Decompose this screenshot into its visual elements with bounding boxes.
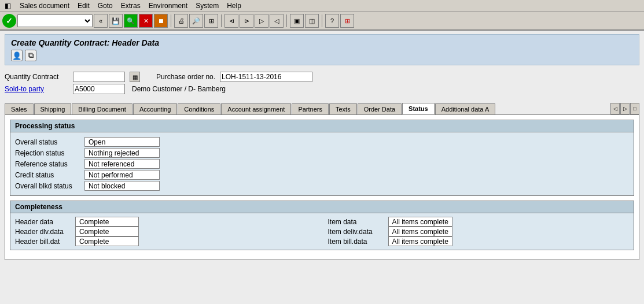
quantity-contract-label: Quantity Contract — [5, 73, 68, 81]
menu-bar: ◧ Sales document Edit Goto Extras Enviro… — [0, 0, 644, 12]
cancel-btn[interactable]: ✕ — [139, 14, 153, 28]
green-check-icon[interactable]: ✓ — [2, 14, 16, 28]
tab-account-assignment[interactable]: Account assignment — [221, 103, 291, 114]
blkd-status-value: Not blocked — [84, 181, 160, 191]
status-row-rejection: Rejection status Nothing rejected — [15, 148, 629, 158]
print-btn[interactable]: 🖨 — [174, 14, 188, 28]
header-data-label: Header data — [15, 218, 73, 226]
tab-partners[interactable]: Partners — [292, 103, 329, 114]
person-icon-btn[interactable]: 👤 — [11, 50, 23, 61]
save-btn[interactable]: 💾 — [109, 14, 123, 28]
purchase-order-label: Purchase order no. — [156, 73, 215, 81]
find2-btn[interactable]: 🔎 — [189, 14, 203, 28]
comp-row-item-deliv: Item deliv.data All items complete — [328, 227, 630, 236]
item-data-label: Item data — [328, 218, 386, 226]
tab-sales[interactable]: Sales — [5, 103, 34, 114]
processing-status-content: Overall status Open Rejection status Not… — [10, 132, 634, 195]
tab-conditions[interactable]: Conditions — [178, 103, 220, 114]
comp-row-header-bill: Header bill.dat Complete — [15, 236, 317, 246]
nav4-btn[interactable]: ◁ — [270, 14, 284, 28]
processing-status-section: Processing status Overall status Open Re… — [10, 120, 634, 196]
help-btn[interactable]: ? — [325, 14, 339, 28]
tab-scroll-controls: ◁ ▷ □ — [610, 103, 639, 114]
stop-btn[interactable]: ⏹ — [154, 14, 168, 28]
header-data-value: Complete — [75, 217, 139, 227]
command-field[interactable] — [17, 14, 93, 27]
credit-status-label: Credit status — [15, 171, 84, 179]
item-deliv-value: All items complete — [388, 227, 452, 236]
separator-2 — [221, 14, 222, 27]
layout2-btn[interactable]: ◫ — [305, 14, 319, 28]
title-icons: 👤 ⧉ — [11, 50, 633, 61]
menu-edit[interactable]: Edit — [74, 1, 93, 10]
tab-status[interactable]: Status — [402, 103, 435, 114]
purchase-order-input[interactable] — [220, 72, 312, 82]
tab-texts[interactable]: Texts — [329, 103, 357, 114]
reference-status-label: Reference status — [15, 160, 84, 168]
nav1-btn[interactable]: ⊲ — [225, 14, 238, 28]
quantity-contract-input[interactable] — [73, 72, 125, 82]
find3-btn[interactable]: ⊞ — [204, 14, 218, 28]
tab-expand-btn[interactable]: □ — [630, 103, 639, 114]
rejection-status-value: Nothing rejected — [84, 148, 160, 158]
tab-content: Processing status Overall status Open Re… — [5, 114, 639, 260]
find-btn[interactable]: 🔍 — [124, 14, 138, 28]
menu-environment[interactable]: Environment — [145, 1, 191, 10]
sysinfo-btn[interactable]: ⊞ — [340, 14, 354, 28]
nav2-btn[interactable]: ⊳ — [240, 14, 253, 28]
tabs-container: Sales Shipping Billing Document Accounti… — [5, 103, 639, 114]
status-row-overall: Overall status Open — [15, 137, 629, 147]
menu-items: Sales document Edit Goto Extras Environm… — [16, 1, 245, 10]
item-data-value: All items complete — [388, 217, 452, 227]
completeness-left: Header data Complete Header dlv.data Com… — [15, 217, 317, 246]
sold-to-party-input[interactable] — [73, 84, 125, 94]
reference-status-value: Not referenced — [84, 159, 160, 169]
completeness-right: Item data All items complete Item deliv.… — [328, 217, 630, 246]
menu-goto[interactable]: Goto — [94, 1, 116, 10]
menu-extras[interactable]: Extras — [117, 1, 144, 10]
quantity-contract-row: Quantity Contract ▦ Purchase order no. — [5, 72, 639, 82]
layout1-btn[interactable]: ▣ — [290, 14, 304, 28]
processing-status-title: Processing status — [10, 120, 634, 132]
status-row-credit: Credit status Not performed — [15, 170, 629, 180]
tab-order-data[interactable]: Order Data — [358, 103, 402, 114]
comp-row-item-data: Item data All items complete — [328, 217, 630, 227]
completeness-title: Completeness — [10, 201, 634, 213]
tab-additional-data-a[interactable]: Additional data A — [435, 103, 496, 114]
status-row-reference: Reference status Not referenced — [15, 159, 629, 169]
sold-to-party-row: Sold-to party Demo Customer / D- Bamberg — [5, 84, 639, 94]
blkd-status-label: Overall blkd status — [15, 182, 84, 190]
status-row-blkd: Overall blkd status Not blocked — [15, 181, 629, 191]
header-bill-label: Header bill.dat — [15, 238, 73, 246]
menu-system[interactable]: System — [192, 1, 222, 10]
tab-billing-document[interactable]: Billing Document — [72, 103, 133, 114]
copy-icon-btn[interactable]: ⧉ — [25, 50, 36, 61]
nav3-btn[interactable]: ▷ — [255, 14, 268, 28]
content-area: Create Quantity Contract: Header Data 👤 … — [0, 31, 644, 264]
tab-accounting[interactable]: Accounting — [133, 103, 177, 114]
tab-shipping[interactable]: Shipping — [34, 103, 72, 114]
completeness-grid: Header data Complete Header dlv.data Com… — [10, 213, 634, 250]
toolbar: ✓ « 💾 🔍 ✕ ⏹ 🖨 🔎 ⊞ ⊲ ⊳ ▷ ◁ ▣ ◫ ? ⊞ — [0, 12, 644, 31]
item-bill-value: All items complete — [388, 236, 452, 246]
menu-help[interactable]: Help — [223, 1, 245, 10]
back-btn[interactable]: « — [94, 14, 108, 28]
separator-4 — [322, 14, 322, 27]
header-dlv-value: Complete — [75, 227, 139, 236]
sap-logo-icon: ◧ — [2, 1, 13, 10]
item-deliv-label: Item deliv.data — [328, 228, 386, 236]
comp-row-header-dlv: Header dlv.data Complete — [15, 227, 317, 236]
quantity-contract-search-btn[interactable]: ▦ — [130, 72, 140, 82]
tab-scroll-right-btn[interactable]: ▷ — [620, 103, 630, 114]
customer-name: Demo Customer / D- Bamberg — [132, 85, 226, 93]
comp-row-header-data: Header data Complete — [15, 217, 317, 227]
completeness-section: Completeness Header data Complete Header… — [10, 201, 634, 250]
sold-to-party-label[interactable]: Sold-to party — [5, 85, 68, 93]
header-dlv-label: Header dlv.data — [15, 228, 73, 236]
page-title: Create Quantity Contract: Header Data — [11, 38, 633, 47]
overall-status-label: Overall status — [15, 138, 84, 146]
menu-sales-document[interactable]: Sales document — [16, 1, 73, 10]
tab-scroll-left-btn[interactable]: ◁ — [610, 103, 620, 114]
separator-1 — [171, 14, 171, 27]
rejection-status-label: Rejection status — [15, 149, 84, 157]
